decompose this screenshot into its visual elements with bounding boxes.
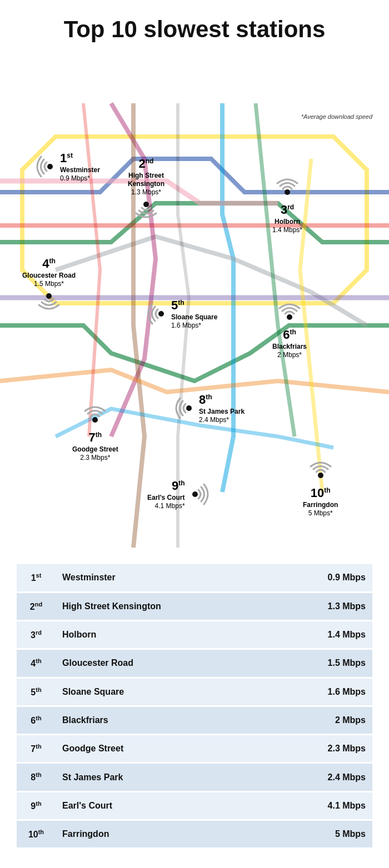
wifi-icon: [275, 175, 300, 202]
avg-note: *Average download speed: [301, 113, 372, 120]
station-label: 7th Goodge Street 2.3 Mbps*: [72, 430, 118, 462]
station-marker-9: 9th Earl's Court 4.1 Mbps*: [147, 478, 212, 510]
speed-cell: 2.3 Mbps: [300, 735, 372, 763]
svg-point-5: [287, 314, 292, 320]
wifi-icon: [144, 302, 169, 326]
svg-point-2: [285, 189, 290, 195]
name-cell: St James Park: [56, 763, 300, 791]
wifi-icon: [172, 396, 197, 420]
station-marker-8: 8th St James Park 2.4 Mbps*: [172, 392, 245, 424]
station-label: 8th St James Park 2.4 Mbps*: [199, 392, 245, 424]
speed-cell: 0.9 Mbps: [300, 564, 372, 592]
station-marker-2: 2nd High StreetKensington 1.3 Mbps*: [128, 156, 164, 223]
table-row: 2nd High Street Kensington 1.3 Mbps: [17, 592, 372, 620]
wifi-icon: [37, 288, 61, 315]
svg-point-3: [46, 293, 52, 299]
station-marker-5: 5th Sloane Square 1.6 Mbps*: [144, 298, 217, 330]
speed-cell: 2 Mbps: [300, 706, 372, 734]
wifi-icon: [308, 459, 333, 485]
page-title: Top 10 slowest stations: [11, 17, 378, 42]
wifi-icon: [33, 154, 58, 179]
wifi-icon: [187, 482, 212, 506]
station-label: 10th Farringdon 5 Mbps*: [303, 485, 338, 518]
speed-cell: 1.3 Mbps: [300, 592, 372, 620]
name-cell: Sloane Square: [56, 678, 300, 706]
rank-cell: 6th: [17, 706, 56, 734]
table-row: 3rd Holborn 1.4 Mbps: [17, 620, 372, 649]
data-table: 1st Westminster 0.9 Mbps 2nd High Street…: [17, 564, 372, 849]
wifi-icon: [277, 300, 302, 327]
name-cell: Westminster: [56, 564, 300, 592]
speed-cell: 1.4 Mbps: [300, 620, 372, 649]
svg-point-4: [158, 311, 164, 317]
svg-point-7: [186, 405, 192, 411]
table-row: 7th Goodge Street 2.3 Mbps: [17, 735, 372, 763]
table-row: 4th Gloucester Road 1.5 Mbps: [17, 649, 372, 678]
name-cell: Holborn: [56, 620, 300, 649]
svg-point-8: [192, 491, 198, 497]
table-section: 1st Westminster 0.9 Mbps 2nd High Street…: [0, 548, 389, 866]
map-section: *Average download speed 1st Westminster …: [0, 48, 389, 548]
station-marker-7: 7th Goodge Street 2.3 Mbps*: [72, 403, 118, 462]
speed-cell: 1.6 Mbps: [300, 678, 372, 706]
rank-cell: 10th: [17, 820, 56, 849]
table-row: 5th Sloane Square 1.6 Mbps: [17, 678, 372, 706]
speed-cell: 4.1 Mbps: [300, 791, 372, 820]
rank-cell: 2nd: [17, 592, 56, 620]
speed-cell: 1.5 Mbps: [300, 649, 372, 678]
name-cell: Gloucester Road: [56, 649, 300, 678]
rank-cell: 9th: [17, 791, 56, 820]
station-marker-3: 3rd Holborn 1.4 Mbps*: [272, 175, 302, 234]
station-label: 1st Westminster 0.9 Mbps*: [60, 150, 100, 183]
title-section: Top 10 slowest stations: [0, 0, 389, 48]
wifi-icon: [83, 403, 107, 430]
station-label: 6th Blackfriars 2 Mbps*: [272, 327, 307, 359]
speed-cell: 2.4 Mbps: [300, 763, 372, 791]
svg-point-9: [318, 473, 323, 478]
wifi-icon: [134, 197, 158, 223]
svg-point-6: [92, 417, 98, 423]
table-row: 1st Westminster 0.9 Mbps: [17, 564, 372, 592]
station-label: 5th Sloane Square 1.6 Mbps*: [171, 298, 217, 330]
svg-point-1: [143, 202, 149, 207]
name-cell: Farringdon: [56, 820, 300, 849]
table-row: 10th Farringdon 5 Mbps: [17, 820, 372, 849]
station-label: 4th Gloucester Road 1.5 Mbps*: [22, 256, 76, 288]
rank-cell: 8th: [17, 763, 56, 791]
name-cell: High Street Kensington: [56, 592, 300, 620]
station-marker-10: 10th Farringdon 5 Mbps*: [303, 459, 338, 518]
station-marker-6: 6th Blackfriars 2 Mbps*: [272, 300, 307, 359]
station-label: 9th Earl's Court 4.1 Mbps*: [147, 478, 185, 510]
rank-cell: 1st: [17, 564, 56, 592]
rank-cell: 3rd: [17, 620, 56, 649]
station-label: 2nd High StreetKensington 1.3 Mbps*: [128, 156, 164, 197]
rank-cell: 5th: [17, 678, 56, 706]
table-row: 9th Earl's Court 4.1 Mbps: [17, 791, 372, 820]
station-marker-1: 1st Westminster 0.9 Mbps*: [33, 150, 100, 183]
name-cell: Earl's Court: [56, 791, 300, 820]
svg-point-0: [47, 164, 53, 169]
speed-cell: 5 Mbps: [300, 820, 372, 849]
table-row: 6th Blackfriars 2 Mbps: [17, 706, 372, 734]
rank-cell: 4th: [17, 649, 56, 678]
rank-cell: 7th: [17, 735, 56, 763]
name-cell: Blackfriars: [56, 706, 300, 734]
station-marker-4: 4th Gloucester Road 1.5 Mbps*: [22, 256, 76, 315]
table-row: 8th St James Park 2.4 Mbps: [17, 763, 372, 791]
station-label: 3rd Holborn 1.4 Mbps*: [272, 202, 302, 234]
name-cell: Goodge Street: [56, 735, 300, 763]
